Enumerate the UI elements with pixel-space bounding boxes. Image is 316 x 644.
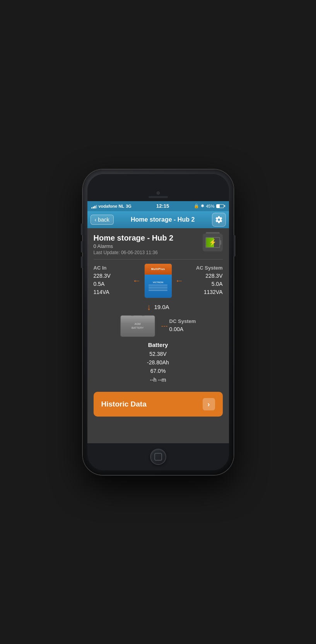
settings-button[interactable] [212,213,226,227]
arrow-down-icon: ↓ [147,302,151,312]
main-content: Home storage - Hub 2 0 Alarms Last Updat… [87,228,229,443]
terminal-pos [131,315,134,316]
bluetooth-icon: ✱ [201,203,204,208]
battery-name-label: Battery [147,342,169,348]
status-left: vodafone NL 3G [91,204,132,208]
bolt-icon: ⚡ [209,239,217,246]
camera [157,191,160,195]
battery-icon [216,204,225,208]
ac-in-label: AC In [94,265,125,271]
ac-in-power: 114VA [94,288,125,296]
dc-system-current: 0.00A [169,325,196,333]
network-label: 3G [126,204,132,208]
historic-data-label: Historic Data [101,400,147,408]
ac-system-label: AC System [192,265,223,271]
home-button[interactable] [150,449,166,465]
ac-system-panel: AC System 228.3V 5.0A 1132VA [192,265,223,296]
back-chevron-icon: ‹ [95,217,97,223]
historic-data-arrow-icon: › [203,398,215,410]
battery-percent: 67.0% [147,367,169,375]
time-label: 12:15 [156,203,169,209]
ac-system-voltage: 228.3V [192,272,223,280]
back-button[interactable]: ‹ back [91,215,114,225]
battery-terminals [131,315,145,316]
battery-voltage: 52.38V [147,350,169,358]
terminal-neg [142,315,145,316]
phone-device: vodafone NL 3G 12:15 🔒 ✱ 45% [83,169,234,475]
battery-top-decoration [206,232,220,234]
top-bezel [87,174,229,201]
dc-system-panel: DC System 0.00A [169,318,196,333]
lock-icon: 🔒 [194,203,199,208]
battery-tip [224,205,225,207]
ac-system-power: 1132VA [192,288,223,296]
bottom-bezel [87,443,229,470]
ac-in-voltage: 228.3V [94,272,125,280]
page-header: Home storage - Hub 2 0 Alarms Last Updat… [94,234,223,255]
carrier-label: vodafone NL [99,204,125,208]
top-flow-row: AC In 228.3V 0.5A 114VA ← MultiPlus VI [94,263,223,298]
dc-system-label: DC System [169,318,196,324]
battery-image: AGMBATTERY [120,315,155,337]
battery-percent-label: 45% [206,204,214,208]
dc-current-label: 19.0A [154,304,169,310]
inverter-image: MultiPlus VICTRON [144,263,172,298]
battery-info: Battery 52.38V -28.80Ah 67.0% --h --m [147,342,169,384]
page-title: Home storage - Hub 2 [94,234,174,243]
dc-system-connector: - - - DC System 0.00A [161,318,196,333]
battery-status-icon: ⚡ [203,234,223,251]
signal-bars-icon [91,204,97,208]
home-button-inner [154,453,162,461]
ac-in-current: 0.5A [94,280,125,288]
status-bar: vodafone NL 3G 12:15 🔒 ✱ 45% [87,201,229,211]
inverter-center: ← MultiPlus VICTRON [133,263,184,298]
battery-body [216,204,224,208]
status-right: 🔒 ✱ 45% [194,203,225,208]
arrow-ac-in-icon: ← [133,276,141,286]
alarms-label: 0 Alarms [94,243,174,249]
dashed-arrow-icon: - - - [161,323,167,330]
header-info: Home storage - Hub 2 0 Alarms Last Updat… [94,234,174,255]
inverter-vents [149,285,168,291]
inverter-stripe: MultiPlus [145,264,172,275]
header-divider [94,259,223,260]
inverter-body: VICTRON [145,275,172,298]
down-arrow-row: ↓ 19.0A [147,302,169,312]
power-flow-diagram: AC In 228.3V 0.5A 114VA ← MultiPlus VI [94,263,223,417]
arrow-ac-system-icon: ← [175,276,184,286]
battery-row: AGMBATTERY - - - DC System 0.00A [120,315,196,337]
ac-in-panel: AC In 228.3V 0.5A 114VA [94,265,125,296]
inverter-logo: VICTRON [153,281,163,284]
battery-visual: ⚡ [205,237,220,248]
nav-bar: ‹ back Home storage - Hub 2 [87,211,229,228]
last-update-label: Last Update: 06-06-2013 11:36 [94,250,174,255]
ac-system-current: 5.0A [192,280,223,288]
battery-time: --h --m [147,376,169,384]
screen: vodafone NL 3G 12:15 🔒 ✱ 45% [87,201,229,443]
gear-icon [215,216,223,224]
nav-title: Home storage - Hub 2 [114,216,212,223]
speaker [149,196,168,198]
battery-fill [217,205,220,208]
phone-inner: vodafone NL 3G 12:15 🔒 ✱ 45% [87,174,229,470]
historic-data-button[interactable]: Historic Data › [94,392,223,417]
back-label: back [98,217,109,223]
battery-img-label: AGMBATTERY [132,322,144,329]
battery-ah: -28.80Ah [147,358,169,367]
